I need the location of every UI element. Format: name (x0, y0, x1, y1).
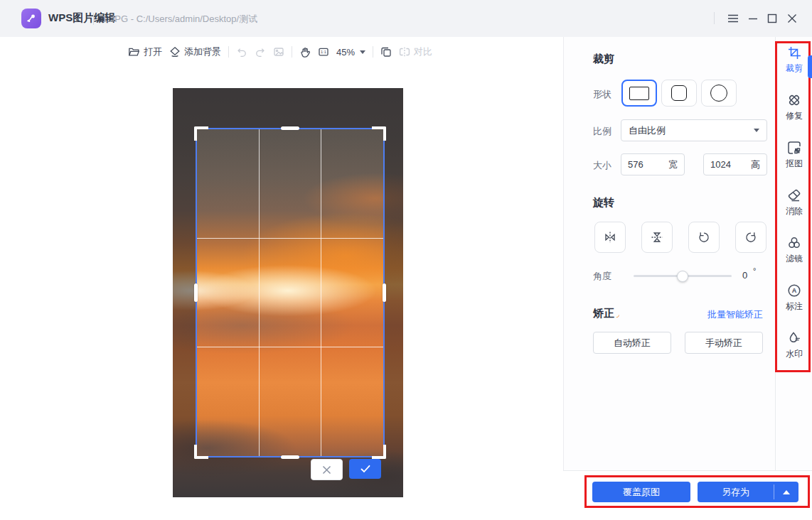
flip-horizontal-button[interactable] (594, 222, 626, 253)
close-icon[interactable] (785, 12, 799, 25)
rotate-title: 旋转 (593, 196, 614, 210)
undo-icon (236, 46, 247, 58)
duplicate-button[interactable] (380, 46, 392, 58)
crop-handle-bottom-left[interactable] (194, 445, 208, 459)
active-tool-indicator (808, 55, 812, 78)
crop-handle-top-right[interactable] (372, 126, 386, 141)
crop-icon (787, 45, 801, 60)
overwrite-original-button[interactable]: 覆盖原图 (592, 482, 690, 502)
sidebar-item-annotate[interactable]: A 标注 (776, 283, 812, 323)
sidebar-item-crop[interactable]: 裁剪 (776, 45, 812, 85)
shape-circle-button[interactable] (701, 80, 737, 107)
pan-tool-button[interactable] (299, 46, 311, 58)
svg-text:A: A (792, 287, 797, 294)
shape-rounded-button[interactable] (661, 80, 697, 107)
cutout-icon (787, 141, 801, 155)
angle-value: 0 (742, 270, 747, 281)
sidebar-item-cutout[interactable]: 抠图 (776, 141, 812, 180)
grid-line-horizontal (197, 347, 383, 347)
copy-icon (380, 46, 392, 58)
compare-label: 对比 (414, 45, 432, 58)
crop-selection-box[interactable] (196, 128, 385, 457)
sidebar-item-watermark[interactable]: 水印 (776, 331, 812, 371)
crop-handle-right[interactable] (383, 283, 386, 302)
crop-handle-left[interactable] (194, 283, 198, 302)
filter-circles-icon (787, 236, 801, 250)
image-icon (273, 46, 284, 58)
angle-label: 角度 (593, 270, 611, 283)
titlebar: WPS图片编辑 1.JPG - C:/Users/admin/Desktop/测… (0, 0, 812, 38)
annotate-icon: A (787, 283, 801, 298)
batch-smart-correction-link[interactable]: 批量智能矫正 (707, 308, 763, 321)
check-icon (360, 465, 370, 473)
angle-slider[interactable] (634, 275, 732, 277)
height-unit: 高 (751, 158, 760, 171)
crop-handle-top[interactable] (281, 126, 299, 130)
save-as-button[interactable]: 另存为 (698, 482, 774, 502)
wps-image-editor-window: WPS图片编辑 1.JPG - C:/Users/admin/Desktop/测… (0, 0, 812, 520)
redo-button[interactable] (255, 46, 266, 58)
rotate-left-button[interactable] (688, 222, 720, 253)
compare-button[interactable]: 对比 (399, 45, 432, 58)
open-label: 打开 (144, 45, 162, 58)
add-background-button[interactable]: 添加背景 (169, 45, 221, 58)
rounded-square-icon (671, 85, 687, 101)
tools-sidebar: 裁剪 修复 抠图 消除 滤镜 A 标注 水印 (775, 37, 812, 520)
grid-line-horizontal (197, 238, 383, 239)
manual-correct-button[interactable]: 手动矫正 (685, 332, 763, 354)
insert-image-button[interactable] (273, 46, 284, 58)
height-input[interactable] (710, 159, 751, 170)
maximize-icon[interactable] (765, 12, 779, 25)
rectangle-icon (629, 87, 649, 100)
canvas-toolbar: 打开 添加背景 1:1 45% (128, 41, 432, 63)
ratio-value: 自由比例 (629, 124, 666, 137)
rotate-right-button[interactable] (735, 222, 766, 253)
size-label: 大小 (593, 159, 611, 172)
window-controls-separator (714, 12, 715, 24)
save-as-button-group: 另存为 (698, 482, 798, 502)
sidebar-item-repair[interactable]: 修复 (776, 93, 812, 133)
panel-title: 裁剪 (593, 53, 614, 66)
crop-confirm-button[interactable] (349, 459, 381, 479)
rotate-ccw-icon (698, 231, 710, 244)
height-field: 高 (703, 153, 767, 175)
width-field: 宽 (621, 153, 685, 175)
titlebar-separator (93, 13, 94, 25)
undo-button[interactable] (236, 46, 247, 58)
circle-icon (710, 85, 727, 102)
ratio-1-1-icon: 1:1 (318, 46, 329, 58)
sidebar-item-filter[interactable]: 滤镜 (776, 236, 812, 276)
zoom-level-dropdown[interactable]: 45% (336, 47, 365, 58)
angle-slider-thumb[interactable] (677, 271, 688, 282)
svg-text:1:1: 1:1 (321, 50, 326, 54)
crop-handle-top-left[interactable] (194, 126, 208, 141)
crop-handle-bottom[interactable] (281, 455, 299, 459)
redo-icon (255, 46, 266, 58)
actual-size-button[interactable]: 1:1 (318, 46, 329, 58)
ratio-dropdown[interactable]: 自由比例 (621, 119, 767, 141)
ratio-label: 比例 (593, 125, 611, 138)
crop-handle-bottom-right[interactable] (372, 445, 386, 459)
chevron-down-icon (360, 50, 365, 54)
width-unit: 宽 (668, 158, 678, 171)
minimize-icon[interactable] (746, 12, 760, 25)
file-path: 1.JPG - C:/Users/admin/Desktop/测试 (102, 13, 257, 26)
hand-icon (299, 46, 311, 58)
compare-icon (399, 46, 410, 58)
crop-settings-panel: 裁剪 形状 比例 自由比例 大小 宽 高 旋转 (563, 37, 776, 520)
width-input[interactable] (628, 159, 668, 170)
correction-hint-icon: ◞ (616, 310, 619, 318)
rotate-cw-icon (744, 231, 757, 244)
auto-correct-button[interactable]: 自动矫正 (593, 332, 671, 354)
menu-icon[interactable] (726, 12, 740, 25)
open-button[interactable]: 打开 (128, 45, 162, 58)
photo-sunset-clouds (173, 88, 403, 497)
save-as-dropdown-button[interactable] (774, 482, 798, 502)
add-background-label: 添加背景 (184, 45, 221, 58)
toolbar-divider (228, 46, 229, 58)
shape-rectangle-button[interactable] (621, 80, 657, 107)
crop-cancel-button[interactable] (311, 459, 343, 480)
sidebar-item-remove[interactable]: 消除 (776, 188, 812, 228)
flip-vertical-button[interactable] (641, 222, 673, 253)
watermark-drop-icon (787, 331, 801, 345)
